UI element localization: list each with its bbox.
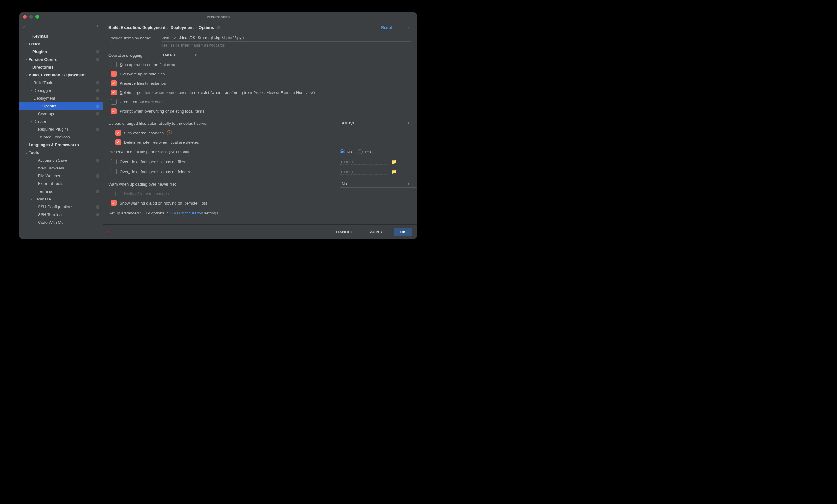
sidebar-item-debugger[interactable]: ›Debugger (19, 87, 103, 94)
project-badge-icon (96, 81, 100, 85)
search-icon: ⌕ (22, 24, 25, 29)
sidebar-item-ssh-configurations[interactable]: SSH Configurations (19, 203, 103, 211)
project-badge-icon (96, 58, 100, 61)
sidebar-item-label: Directories (32, 65, 100, 70)
warning-icon[interactable]: ! (167, 130, 172, 135)
oplog-select[interactable]: Details▼ (161, 52, 205, 59)
sidebar-item-languages-frameworks[interactable]: ›Languages & Frameworks (19, 141, 103, 149)
check-show-warning[interactable] (111, 200, 117, 206)
chevron-icon: › (24, 143, 29, 147)
sidebar-item-editor[interactable]: ›Editor (19, 40, 103, 48)
reset-button[interactable]: Reset (381, 25, 392, 30)
chevron-icon: ⌄ (29, 96, 34, 100)
check-delete-remote[interactable] (115, 139, 121, 145)
perm-files-input[interactable] (340, 158, 389, 165)
check-prompt-overwrite[interactable] (111, 108, 117, 114)
warn-select[interactable]: No▼ (340, 180, 417, 188)
sidebar-item-required-plugins[interactable]: Required Plugins (19, 125, 103, 133)
exclude-label: Exclude items by name: (108, 36, 158, 40)
chevron-icon: › (29, 81, 34, 85)
preserve-perm-label: Preserve original file permissions (SFTP… (108, 150, 334, 154)
check-prompt-overwrite-label: Prompt when overwriting or deleting loca… (120, 109, 204, 114)
sidebar-item-label: Required Plugins (38, 127, 96, 132)
folder-icon[interactable]: 📁 (391, 159, 397, 164)
sidebar-item-label: Docker (34, 119, 100, 124)
sidebar-item-terminal[interactable]: Terminal (19, 187, 103, 195)
sidebar-item-version-control[interactable]: ›Version Control (19, 56, 103, 63)
search-row: ⌕ ✕ (19, 21, 103, 31)
sidebar-item-build-execution-deployment[interactable]: ⌄Build, Execution, Deployment (19, 71, 103, 79)
check-delete-remote-label: Delete remote files when local are delet… (124, 140, 199, 145)
radio-perm-yes[interactable] (358, 149, 362, 154)
sidebar-item-label: Version Control (29, 57, 96, 62)
titlebar: Preferences (19, 13, 417, 21)
window-controls (23, 15, 39, 19)
sidebar-item-trusted-locations[interactable]: Trusted Locations (19, 133, 103, 141)
project-badge-icon (96, 190, 100, 193)
check-overwrite[interactable] (111, 71, 117, 77)
nav-back-icon[interactable]: ← (394, 25, 402, 30)
sidebar-item-build-tools[interactable]: ›Build Tools (19, 79, 103, 87)
sidebar-item-directories[interactable]: Directories (19, 63, 103, 71)
check-override-files[interactable] (111, 159, 117, 165)
radio-perm-no[interactable] (340, 149, 345, 154)
sidebar-item-label: Code With Me (38, 220, 100, 225)
sidebar-item-label: Editor (29, 42, 100, 46)
apply-button[interactable]: APPLY (363, 228, 389, 236)
search-input[interactable] (27, 23, 94, 29)
sidebar-item-options[interactable]: Options (19, 102, 103, 110)
sidebar-item-label: Web Browsers (38, 166, 100, 170)
settings-tree[interactable]: Keymap›EditorPlugins›Version ControlDire… (19, 31, 103, 239)
project-badge-icon (96, 205, 100, 208)
upload-select[interactable]: Always▼ (340, 119, 417, 127)
sidebar-item-coverage[interactable]: Coverage (19, 110, 103, 118)
sidebar-item-actions-on-save[interactable]: Actions on Save (19, 156, 103, 164)
sidebar-item-tools[interactable]: ⌄Tools (19, 149, 103, 156)
folder-icon[interactable]: 📁 (391, 169, 397, 174)
check-stop-first-error[interactable] (111, 62, 117, 67)
perm-folders-input[interactable] (340, 169, 389, 175)
check-create-empty[interactable] (111, 99, 117, 105)
nav-forward-icon[interactable]: → (404, 25, 411, 30)
exclude-input[interactable] (161, 34, 411, 42)
sidebar-item-web-browsers[interactable]: Web Browsers (19, 164, 103, 172)
sidebar-item-docker[interactable]: ›Docker (19, 118, 103, 125)
sidebar-item-plugins[interactable]: Plugins (19, 48, 103, 56)
check-override-folders[interactable] (111, 169, 117, 174)
sidebar-item-label: Options (42, 104, 96, 108)
main-panel: Build, Execution, Deployment › Deploymen… (103, 21, 417, 239)
project-badge-icon (96, 50, 100, 53)
sidebar-item-ssh-terminal[interactable]: SSH Terminal (19, 211, 103, 219)
breadcrumb-3[interactable]: Options (199, 25, 214, 30)
check-delete-target-label: Delete target items when source ones do … (120, 90, 315, 95)
sidebar-item-file-watchers[interactable]: File Watchers (19, 172, 103, 180)
sidebar-item-label: SSH Configurations (38, 205, 96, 209)
breadcrumb-2[interactable]: Deployment (171, 25, 194, 30)
check-delete-target[interactable] (111, 90, 117, 95)
footnote: Set up advanced SFTP options in SSH Conf… (108, 211, 411, 216)
sidebar-item-external-tools[interactable]: External Tools (19, 180, 103, 187)
sidebar-item-deployment[interactable]: ⌄Deployment (19, 94, 103, 102)
window-title: Preferences (207, 15, 230, 19)
minimize-window-button[interactable] (29, 15, 33, 19)
breadcrumb-1[interactable]: Build, Execution, Deployment (108, 25, 165, 30)
sidebar-item-keymap[interactable]: Keymap (19, 32, 103, 40)
help-icon[interactable]: ? (108, 229, 110, 235)
check-skip-external[interactable] (115, 130, 121, 136)
upload-label: Upload changed files automatically to th… (108, 121, 334, 126)
close-window-button[interactable] (23, 15, 27, 19)
ok-button[interactable]: OK (394, 228, 412, 236)
zoom-window-button[interactable] (35, 15, 39, 19)
sidebar-item-label: Terminal (38, 189, 96, 194)
sidebar-item-code-with-me[interactable]: Code With Me (19, 219, 103, 226)
project-badge-icon (96, 89, 100, 92)
check-create-empty-label: Create empty directories (120, 100, 164, 104)
clear-search-icon[interactable]: ✕ (96, 24, 100, 29)
check-preserve-ts[interactable] (111, 80, 117, 86)
sidebar-item-database[interactable]: ›Database (19, 195, 103, 203)
sidebar-item-label: Debugger (34, 88, 96, 93)
sidebar-item-label: Tools (29, 150, 100, 155)
ssh-config-link[interactable]: SSH Configuration (170, 211, 203, 216)
cancel-button[interactable]: CANCEL (330, 228, 359, 236)
sidebar-item-label: Deployment (34, 96, 96, 100)
